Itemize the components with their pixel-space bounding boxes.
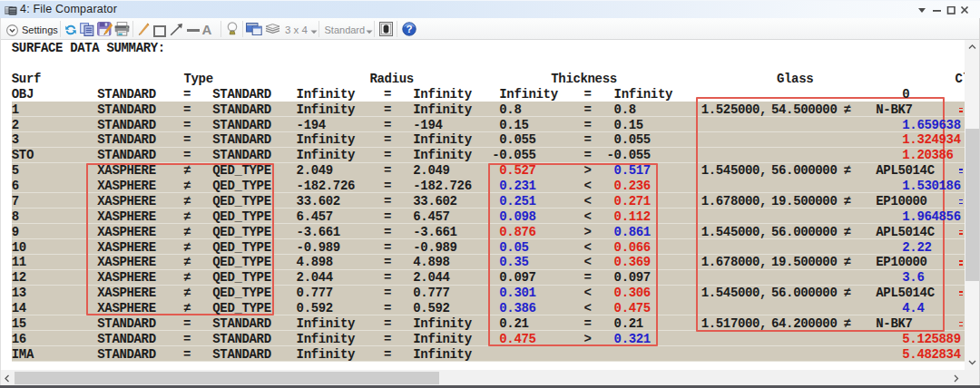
svg-text:?: ? xyxy=(406,24,412,34)
